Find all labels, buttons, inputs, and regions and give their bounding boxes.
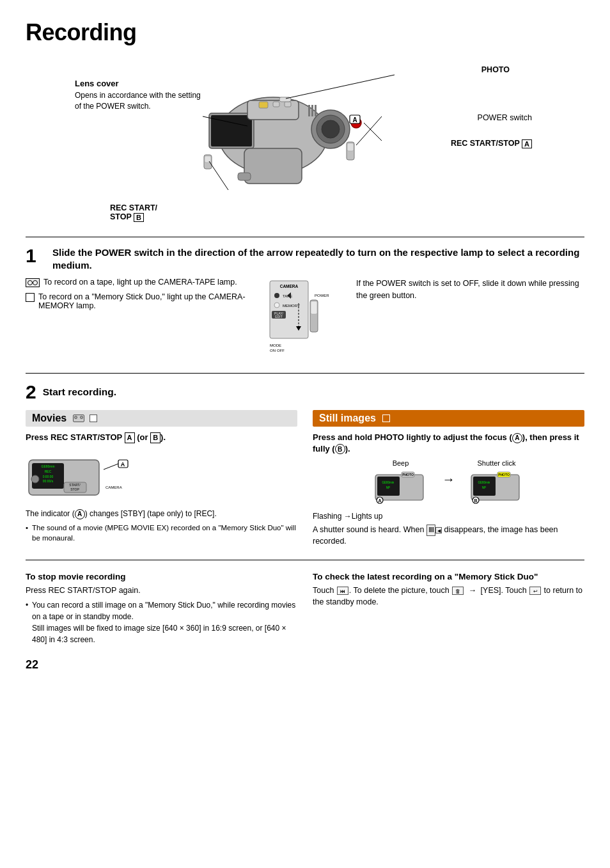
svg-text:POWER: POWER [315,294,329,297]
svg-rect-9 [311,105,313,116]
svg-text:GE60min: GE60min [382,481,394,484]
svg-point-32 [274,303,279,308]
stop-text: Press REC START/STOP again. [26,585,297,596]
shutter-click-label: Shutter click [468,459,526,467]
svg-text:00:00/s: 00:00/s [43,479,54,483]
tape-icon-row: To record on a tape, light up the CAMERA… [26,278,254,287]
step-2-number: 2 [26,383,36,402]
camcorder-diagram: Lens cover Opens in accordance with the … [26,59,584,225]
flash-text: Flashing →Lights up [313,512,584,521]
svg-point-55 [31,475,39,483]
svg-rect-28 [270,281,308,338]
page-title: Recording [26,19,584,46]
svg-text:A: A [352,116,357,123]
svg-text:0:00:00: 0:00:00 [43,475,54,478]
svg-text:STOP: STOP [70,487,79,491]
svg-text:PHOTO: PHOTO [402,473,414,477]
svg-text:NP: NP [481,486,485,489]
svg-rect-3 [244,148,302,184]
recording-diagram: GE60min REC 0:00:00 00:00/s START/ STOP … [26,447,153,505]
page-number: 22 [26,658,584,672]
svg-line-21 [286,75,395,99]
beep-label: Beep [372,459,430,467]
photo-label: PHOTO [481,65,510,74]
rec-start-stop-b-label: REC START/STOP B [110,203,157,222]
svg-rect-19 [205,156,211,162]
check-recording-section: To check the latest recording on a "Memo… [313,572,584,645]
return-icon: ↩ [529,587,541,595]
step-2-title: Start recording. [43,383,116,398]
tape-text: To record on a tape, light up the CAMERA… [43,278,237,287]
svg-rect-25 [238,173,251,180]
svg-text:GE60min: GE60min [42,464,55,468]
divider-3 [26,560,584,560]
svg-rect-13 [285,102,291,107]
svg-rect-40 [311,301,317,314]
svg-text:A: A [378,498,381,503]
movies-section: Movies Press REC START/STOP A (or B). GE… [26,410,297,547]
divider-2 [26,373,584,374]
svg-line-24 [209,161,228,190]
stop-title: To stop movie recording [26,572,297,581]
step-1-title: Slide the POWER switch in the direction … [52,246,584,271]
still-header: Still images [313,410,584,427]
svg-rect-11 [259,102,268,108]
svg-text:EDIT: EDIT [275,315,282,319]
svg-rect-17 [347,143,354,151]
check-text: Touch ⏮. To delete the picture, touch 🗑 … [313,585,584,608]
svg-text:ON: ON [270,349,276,352]
power-off-text: If the POWER switch is set to OFF, slide… [356,278,584,302]
memory-text: To record on a "Memory Stick Duo," light… [38,292,254,310]
delete-icon: 🗑 [452,587,464,595]
tape-icon [26,278,40,287]
still-subheading: Press and hold PHOTO lightly to adjust t… [313,432,584,454]
svg-text:GE60min: GE60min [478,481,490,484]
divider-1 [26,237,584,237]
movies-subheading: Press REC START/STOP A (or B). [26,432,297,443]
memory-icon-row: To record on a "Memory Stick Duo," light… [26,292,254,310]
review-icon: ⏮ [337,587,348,595]
svg-point-30 [274,293,279,298]
rec-start-stop-a-label: REC START/STOP A [451,139,532,148]
svg-line-58 [104,464,118,470]
power-switch-diagram: CAMERA TAPE MEMORY PLAY/ EDIT POWER [267,278,343,363]
svg-line-23 [364,123,382,141]
camcorder-svg: A [145,65,439,219]
stop-movie-section: To stop movie recording Press REC START/… [26,572,297,645]
stop-bullet: You can record a still image on a "Memor… [26,599,297,645]
monaural-note: The sound of a movie (MPEG MOVIE EX) rec… [26,523,297,543]
svg-text:CAMERA: CAMERA [280,284,299,288]
step-1-number: 1 [26,246,36,265]
svg-text:PHOTO: PHOTO [498,473,510,477]
still-section: Still images Press and hold PHOTO lightl… [313,410,584,547]
svg-point-7 [322,120,340,138]
svg-text:A: A [121,461,125,468]
svg-text:OFF: OFF [277,349,285,352]
step-1: 1 Slide the POWER switch in the directio… [26,246,584,363]
svg-text:MODE: MODE [270,343,281,347]
recorded-text: A shutter sound is heard. When IIII◀ dis… [313,525,584,547]
svg-text:CAMERA: CAMERA [106,485,122,489]
svg-rect-10 [315,105,317,116]
svg-text:B: B [474,498,477,503]
svg-rect-8 [308,105,310,116]
bottom-section: To stop movie recording Press REC START/… [26,572,584,645]
svg-text:NP: NP [386,486,389,489]
svg-text:START/: START/ [69,483,81,487]
svg-text:MEMORY: MEMORY [283,304,300,308]
check-title: To check the latest recording on a "Memo… [313,572,584,581]
power-switch-label: POWER switch [478,113,532,122]
indicator-text: The indicator (A) changes [STBY] (tape o… [26,509,297,519]
still-diagram: Beep GE60min NP PHOTO A [313,459,584,507]
svg-rect-12 [273,102,279,107]
movies-header: Movies [26,410,297,427]
memory-icon [26,293,35,302]
step-2: 2 Start recording. Movies Press REC STAR… [26,383,584,547]
svg-text:REC: REC [45,470,52,473]
